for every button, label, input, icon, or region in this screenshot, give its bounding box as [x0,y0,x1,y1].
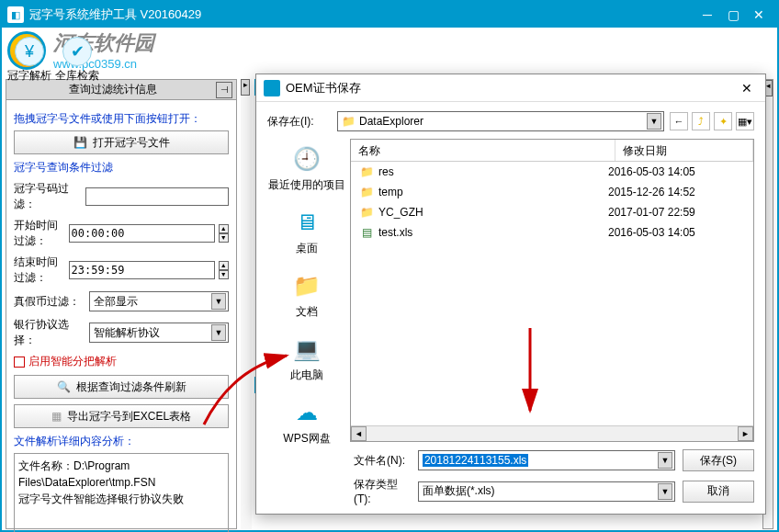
search-icon: 🔍 [57,380,71,393]
end-time-label: 结束时间过滤： [14,255,65,286]
maximize-button[interactable]: ▢ [720,6,746,24]
refresh-button[interactable]: 🔍 根据查询过滤条件刷新 [14,375,229,399]
cloud-icon: ☁ [288,396,325,429]
scroll-right-icon[interactable]: ► [738,426,753,441]
file-row[interactable]: 📁res2016-05-03 14:05 [351,162,753,182]
splitter[interactable]: ▸ [241,79,252,529]
start-time-label: 开始时间过滤： [14,218,65,249]
excel-icon: ▦ [51,410,62,423]
folder-icon: 📁 [358,206,375,219]
pin-button[interactable]: ⊣ [216,82,232,98]
code-filter-input[interactable] [85,187,229,206]
place-network[interactable]: ☁ WPS网盘 [267,396,346,447]
realfake-label: 真假币过滤： [14,294,85,310]
detail-title: 文件解析详细内容分析： [14,434,229,449]
file-date: 2017-01-07 22:59 [608,206,746,219]
window-title: 冠字号系统维护工具 V20160429 [29,6,694,23]
folder-icon: 📁 [342,115,356,128]
filetype-label: 保存类型(T): [354,477,411,505]
desktop-icon: 🖥 [288,206,325,239]
computer-icon: 💻 [288,333,325,366]
col-date[interactable]: 修改日期 [615,140,753,161]
recent-icon: 🕘 [288,142,325,175]
dialog-close-button[interactable]: ✕ [736,81,758,96]
close-button[interactable]: ✕ [746,6,772,24]
file-list-header: 名称 修改日期 [351,140,753,162]
open-file-button[interactable]: 💾 打开冠字号文件 [14,130,229,154]
chevron-down-icon: ▼ [658,452,672,469]
filter-panel: 查询过滤统计信息 ⊣ 拖拽冠字号文件或使用下面按钮打开： 💾 打开冠字号文件 冠… [6,79,237,529]
horizontal-scrollbar[interactable]: ◄ ► [351,425,753,441]
place-desktop[interactable]: 🖥 桌面 [267,206,346,256]
save-in-label: 保存在(I): [267,114,332,130]
file-date: 2016-05-03 14:05 [608,226,746,239]
code-filter-label: 冠字号码过滤： [14,181,82,212]
cancel-button[interactable]: 取消 [683,481,754,503]
filename-label: 文件名(N): [354,453,411,469]
folder-icon: 📁 [358,186,375,198]
file-date: 2015-12-26 14:52 [608,186,746,198]
chevron-down-icon: ▼ [211,324,226,341]
dialog-icon [264,80,280,96]
search-tool[interactable]: ✔ 全库检索 [55,37,99,84]
dialog-title: OEM证书保存 [286,80,736,96]
parse-tool[interactable]: ¥ 冠字解析 [7,37,51,84]
xls-icon: ▤ [358,226,375,239]
parse-icon: ¥ [15,37,44,66]
file-list-area: 名称 修改日期 📁res2016-05-03 14:05📁temp2015-12… [350,139,754,442]
checkbox-icon [14,357,25,368]
dialog-titlebar: OEM证书保存 ✕ [256,74,765,102]
file-row[interactable]: ▤test.xls2016-05-03 14:05 [351,222,753,243]
start-time-input[interactable] [69,224,215,243]
col-name[interactable]: 名称 [351,140,615,161]
main-window: ◧ 冠字号系统维护工具 V20160429 ─ ▢ ✕ 河东软件园 www.pc… [0,0,779,532]
file-row[interactable]: 📁temp2015-12-26 14:52 [351,182,753,202]
chevron-down-icon: ▼ [211,293,226,310]
up-button[interactable]: ⤴ [692,112,710,130]
new-folder-button[interactable]: ✦ [714,112,732,130]
file-list[interactable]: 📁res2016-05-03 14:05📁temp2015-12-26 14:5… [351,162,753,425]
filename-input[interactable]: 20181224113155.xls ▼ [418,450,675,470]
file-name: test.xls [378,226,608,239]
file-date: 2016-05-03 14:05 [608,165,746,178]
export-excel-button[interactable]: ▦ 导出冠字号到EXCEL表格 [14,404,229,428]
start-time-spinner[interactable]: ▲▼ [219,224,229,243]
end-time-spinner[interactable]: ▲▼ [219,261,229,279]
toolbar: ¥ 冠字解析 ✔ 全库检索 [7,37,99,84]
panel-title: 查询过滤统计信息 [10,82,216,97]
bank-proto-label: 银行协议选择： [14,317,85,348]
realfake-select[interactable]: 全部显示 ▼ [89,291,229,311]
enable-smart-checkbox[interactable]: 启用智能分把解析 [14,354,229,369]
chevron-down-icon: ▼ [647,113,661,130]
chevron-down-icon: ▼ [658,483,672,500]
place-recent[interactable]: 🕘 最近使用的项目 [267,142,346,193]
bank-proto-select[interactable]: 智能解析协议 ▼ [89,323,229,343]
save-icon: 💾 [73,136,87,149]
end-time-input[interactable] [69,261,215,279]
save-in-select[interactable]: 📁 DataExplorer ▼ [337,111,664,131]
titlebar: ◧ 冠字号系统维护工具 V20160429 ─ ▢ ✕ [2,2,777,28]
file-row[interactable]: 📁YC_GZH2017-01-07 22:59 [351,202,753,222]
places-bar: 🕘 最近使用的项目 🖥 桌面 📁 文档 💻 此电脑 [267,139,346,442]
back-button[interactable]: ← [670,112,688,130]
place-documents[interactable]: 📁 文档 [267,269,346,320]
file-name: temp [378,186,608,198]
drag-hint: 拖拽冠字号文件或使用下面按钮打开： [14,111,229,127]
filter-title: 冠字号查询条件过滤 [14,160,229,175]
file-name: res [378,165,608,178]
detail-textarea[interactable]: 文件名称：D:\Program Files\DataExplorer\tmp.F… [14,453,229,532]
minimize-button[interactable]: ─ [694,6,720,24]
search-icon: ✔ [62,37,92,66]
app-icon: ◧ [7,6,24,23]
filetype-select[interactable]: 面单数据(*.xls) ▼ [418,481,675,502]
view-button[interactable]: ▦▾ [736,112,754,130]
file-name: YC_GZH [378,206,608,219]
folder-icon: 📁 [358,165,375,178]
scroll-left-icon[interactable]: ◄ [351,426,367,441]
save-button[interactable]: 保存(S) [683,449,754,471]
documents-icon: 📁 [288,269,325,302]
place-computer[interactable]: 💻 此电脑 [267,333,346,383]
save-dialog: OEM证书保存 ✕ 保存在(I): 📁 DataExplorer ▼ ← ⤴ ✦… [255,74,766,515]
